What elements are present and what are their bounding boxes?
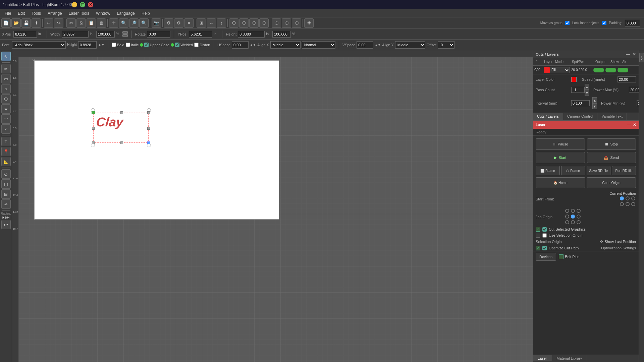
text-tool[interactable]: T [1,137,11,146]
move-as-group-checkbox[interactable] [565,21,570,25]
ypos-input[interactable] [189,31,212,38]
jo-radio-1[interactable] [565,209,569,213]
menu-file[interactable]: File [1,10,14,16]
width-pct-input[interactable] [96,31,115,38]
welded-check[interactable]: Welded [171,43,193,47]
output-toggle[interactable] [593,68,604,72]
run-rd-button[interactable]: Run RD file [612,166,636,175]
menu-help[interactable]: Help [138,10,153,16]
distribute-button[interactable]: ⬡ [239,18,249,28]
freehand-tool[interactable]: 〰 [1,114,11,124]
pass-count-down[interactable]: ▼ [585,90,589,96]
add-button[interactable]: ✚ [304,18,314,28]
lock-proportion-btn[interactable] [122,31,128,34]
italic-check[interactable]: Italic [126,43,139,47]
height-pct-input[interactable] [272,31,291,38]
rotate-input[interactable] [147,31,170,38]
frame2-button[interactable]: ⬡ Frame [561,166,585,175]
jo-radio-7[interactable] [565,220,569,224]
show-toggle[interactable] [605,68,616,72]
style-select[interactable]: NormalBoldItalic [302,41,335,49]
interval-input[interactable] [571,100,590,106]
measure-tool[interactable]: 📐 [1,157,11,166]
copy-button[interactable]: ⎘ [76,18,86,28]
home-button[interactable]: 🏠 Home [536,177,585,188]
width-input[interactable] [62,31,89,38]
font-height-input[interactable] [78,41,97,49]
mode-select[interactable]: FillLineFill+Line [550,67,570,73]
stop-button[interactable]: ⏹ Stop [587,138,636,150]
pass-count-input[interactable] [571,87,585,93]
frame1-button[interactable]: ⬜ Frame [536,166,560,175]
send-button[interactable]: 📤 Send [587,152,636,163]
open-button[interactable]: 📂 [11,18,21,28]
offset-select[interactable]: 0 [438,41,454,49]
flip-v-button[interactable]: ↕ [217,18,226,28]
redo-button[interactable]: ↪ [54,18,63,28]
air-toggle[interactable] [618,68,628,72]
height-input[interactable] [238,31,265,38]
star-tool[interactable]: ★ [1,104,11,114]
text-object-border[interactable]: Clay [93,113,149,143]
expand-right-button[interactable]: ❯ [639,53,644,62]
menu-arrange[interactable]: Arrange [44,10,65,16]
lock-inner-checkbox[interactable] [602,21,606,25]
zoom-out-button[interactable]: 🔍 [139,18,149,28]
maximize-button[interactable]: □ [80,2,85,7]
hspace-btn[interactable]: ▲▼ [250,43,256,47]
upper-case-check[interactable]: Upper Case [140,43,169,47]
cuts-row-0[interactable]: C02 FillLineFill+Line 20.0 / 20.0 [533,66,639,74]
jo-radio-4[interactable] [565,215,569,219]
jo-radio-2[interactable] [571,209,575,213]
speed-input[interactable] [618,76,636,82]
line-tool[interactable]: ∕ [1,124,11,134]
font-height-btn[interactable]: ▲▼ [98,43,105,47]
move-button[interactable]: ✛ [109,18,118,28]
distort-check[interactable]: Distort [194,43,210,47]
btab-material-library[interactable]: Material Library [552,355,587,361]
new-button[interactable]: 📄 [1,18,11,28]
settings-button[interactable]: ⚙ [164,18,173,28]
save-button[interactable]: 💾 [21,18,31,28]
paste-button[interactable]: 📋 [87,18,96,28]
close-button[interactable]: ✕ [88,2,93,7]
menu-language[interactable]: Language [114,10,138,16]
rounded-rect-tool[interactable]: ▢ [1,179,11,189]
cuts-collapse-btn[interactable]: — [626,52,630,57]
radio-bottom-right[interactable] [631,202,635,206]
padding-input[interactable] [625,20,640,26]
hspace-input[interactable] [232,41,249,49]
bold-check[interactable]: Bold [112,43,124,47]
pin-tool[interactable]: 📍 [1,147,11,156]
radio-bottom-left[interactable] [620,202,624,206]
pause-button[interactable]: ⏸ Pause [536,138,585,150]
rectangle-tool[interactable]: ▭ [1,74,11,83]
menu-tools[interactable]: Tools [28,10,44,16]
cut-button[interactable]: ✂ [66,18,76,28]
grid-tool[interactable]: ⊞ [1,189,11,199]
radio-top-left[interactable] [620,196,624,200]
circle-array-tool[interactable]: ✳ [1,199,11,209]
tab-camera-control[interactable]: Camera Control [563,113,598,120]
optimization-settings-link[interactable]: Optimization Settings [601,246,636,250]
flip-h-button[interactable]: ↔ [207,18,216,28]
minimize-button[interactable]: — [72,2,77,7]
pass-count-up[interactable]: ▲ [585,84,589,90]
scale-handle-br[interactable] [147,141,150,144]
menu-laser-tools[interactable]: Laser Tools [65,10,93,16]
radius-adj-btn[interactable]: ▲▼ [1,220,11,229]
zoom-fit-button[interactable]: 🔍 [119,18,128,28]
bool-button[interactable]: ⬡ [292,18,301,28]
btab-laser[interactable]: Laser [533,355,552,361]
tab-variable-text[interactable]: Variable Text [597,113,627,120]
xpos-input[interactable] [13,31,37,38]
canvas-background[interactable]: ✕ [19,57,533,362]
polygon-tool[interactable]: ⬡ [1,94,11,104]
devices-button[interactable]: Devices [536,253,556,261]
tab-cuts-layers[interactable]: Cuts / Layers [533,113,563,120]
align2-button[interactable]: ⬡ [249,18,259,28]
close-tb-button[interactable]: ✕ [184,18,194,28]
vspace-input[interactable] [357,41,373,49]
canvas-text-clay[interactable]: Clay [93,113,149,131]
interval-down[interactable]: ▼ [592,103,597,109]
